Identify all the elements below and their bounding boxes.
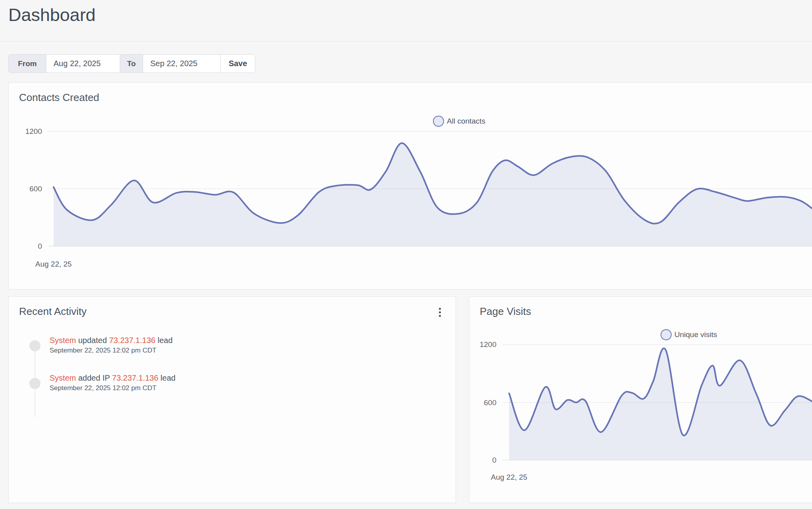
activity-text: updated bbox=[76, 336, 109, 345]
from-date-input[interactable] bbox=[46, 55, 120, 72]
activity-item: System updated 73.237.1.136 lead Septemb… bbox=[50, 336, 172, 355]
page-title: Dashboard bbox=[8, 5, 96, 25]
timeline-dot-icon bbox=[29, 340, 40, 351]
contacts-ytick-600: 600 bbox=[14, 185, 42, 193]
visits-ytick-0: 0 bbox=[469, 456, 496, 465]
page-header: Dashboard bbox=[0, 0, 812, 42]
to-date-segment bbox=[143, 55, 220, 72]
activity-link[interactable]: System bbox=[50, 374, 76, 382]
activity-item: System added IP 73.237.1.136 lead Septem… bbox=[50, 373, 176, 392]
activity-item-timestamp: September 22, 2025 12:02 pm CDT bbox=[50, 384, 176, 392]
save-segment: Save bbox=[220, 55, 255, 72]
activity-item-text: System updated 73.237.1.136 lead bbox=[50, 336, 172, 345]
date-range-filter: From To Save bbox=[8, 54, 255, 73]
contacts-ytick-0: 0 bbox=[14, 242, 42, 251]
recent-activity-panel: Recent Activity System updated 73.237.1.… bbox=[8, 296, 456, 503]
dashboard-page: Dashboard From To Save Contacts Created … bbox=[0, 0, 812, 509]
contacts-ytick-1200: 1200 bbox=[14, 127, 42, 136]
activity-item-text: System added IP 73.237.1.136 lead bbox=[50, 373, 176, 383]
activity-link[interactable]: System bbox=[50, 336, 76, 345]
from-label: From bbox=[9, 55, 46, 72]
visits-ytick-1200: 1200 bbox=[469, 340, 496, 349]
to-label: To bbox=[120, 55, 143, 72]
contacts-created-panel: Contacts Created All contacts 1200 600 0… bbox=[8, 82, 812, 290]
kebab-menu-icon[interactable] bbox=[435, 306, 444, 318]
page-visits-area-fill bbox=[509, 348, 812, 460]
activity-item-timestamp: September 22, 2025 12:02 pm CDT bbox=[50, 347, 172, 355]
activity-link[interactable]: 73.237.1.136 bbox=[112, 374, 159, 382]
visits-ytick-600: 600 bbox=[469, 398, 496, 407]
activity-text: added IP bbox=[76, 374, 112, 382]
contacts-xaxis-label: Aug 22, 25 bbox=[35, 260, 72, 269]
contacts-area-chart[interactable] bbox=[54, 83, 812, 273]
activity-link[interactable]: 73.237.1.136 bbox=[109, 336, 155, 345]
activity-text: lead bbox=[158, 374, 175, 382]
page-visits-panel: Page Visits Unique visits 1200 600 0 Aug… bbox=[469, 296, 812, 503]
activity-text: lead bbox=[155, 336, 172, 345]
save-button[interactable]: Save bbox=[221, 55, 255, 72]
to-date-input[interactable] bbox=[143, 55, 220, 72]
from-date-segment bbox=[46, 55, 120, 72]
visits-area-chart[interactable] bbox=[509, 297, 812, 487]
timeline-dot-icon bbox=[29, 378, 40, 389]
contacts-created-area-fill bbox=[54, 143, 812, 246]
visits-xaxis-label: Aug 22, 25 bbox=[491, 473, 527, 482]
activity-panel-title: Recent Activity bbox=[19, 305, 87, 318]
